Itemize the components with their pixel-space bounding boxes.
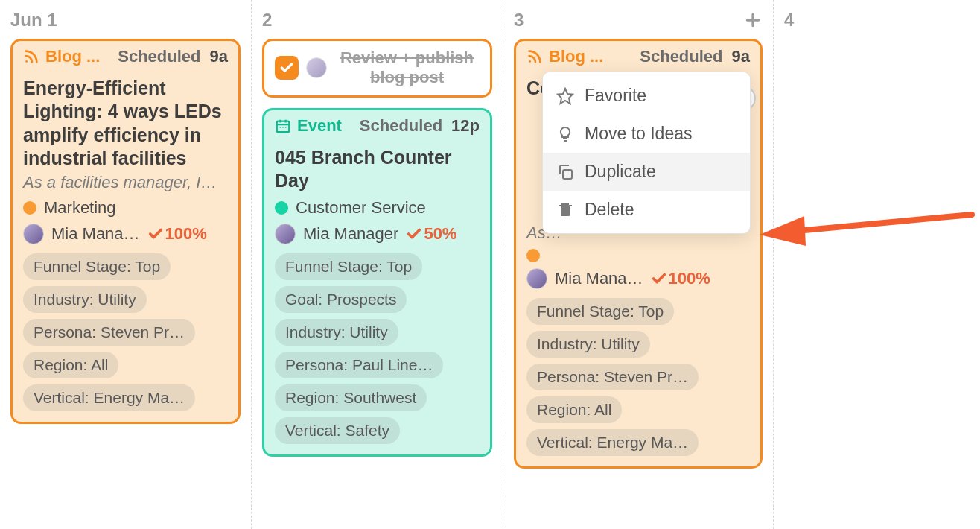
tag-list: Funnel Stage: Top Industry: Utility Pers… — [526, 298, 750, 456]
day-header: 3 — [514, 9, 763, 31]
progress-indicator: 50% — [406, 224, 456, 244]
star-icon — [556, 87, 574, 105]
menu-label: Favorite — [585, 86, 646, 106]
user-name: Mia Manager — [303, 224, 398, 244]
category-label: Marketing — [44, 198, 116, 218]
card-title: Energy-Efficient Lighting: 4 ways LEDs a… — [23, 77, 228, 170]
category-dot — [23, 201, 36, 215]
menu-item-delete[interactable]: Delete — [543, 191, 750, 229]
svg-rect-12 — [563, 170, 572, 179]
card-time: 9a — [210, 47, 228, 66]
day-header: 2 — [262, 9, 492, 31]
category-label: Customer Service — [296, 198, 426, 218]
card-type-label: Blog ... — [45, 47, 100, 66]
content-card-blog[interactable]: Blog ... Scheduled 9a Energy-Efficient L… — [10, 39, 241, 424]
card-type-label: Blog ... — [549, 47, 603, 66]
card-status: Scheduled — [640, 47, 722, 66]
avatar — [275, 224, 296, 244]
tag[interactable]: Funnel Stage: Top — [275, 253, 422, 280]
card-status: Scheduled — [360, 116, 442, 136]
day-label: 4 — [784, 10, 794, 31]
card-title: 045 Branch Counter Day — [275, 146, 480, 193]
svg-point-7 — [285, 127, 287, 128]
trash-icon — [556, 201, 574, 219]
tag-list: Funnel Stage: Top Industry: Utility Pers… — [23, 253, 228, 411]
day-column-4: 4 — [774, 0, 804, 529]
avatar — [526, 268, 547, 289]
check-icon — [147, 226, 164, 242]
progress-indicator: 100% — [147, 224, 207, 244]
tag[interactable]: Industry: Utility — [275, 319, 398, 346]
card-context-menu: Favorite Move to Ideas Duplicate Delete — [542, 72, 751, 234]
check-icon — [406, 226, 422, 242]
task-card-completed[interactable]: Review + publish blog post — [262, 39, 492, 98]
tag[interactable]: Persona: Steven Pr… — [23, 319, 195, 346]
card-time: 9a — [732, 47, 750, 66]
check-icon — [279, 60, 294, 75]
calendar-icon — [275, 118, 291, 134]
tag[interactable]: Persona: Paul Line… — [275, 352, 443, 378]
day-header: Jun 1 — [10, 9, 241, 31]
content-card-event[interactable]: Event Scheduled 12p 045 Branch Counter D… — [262, 108, 492, 457]
tag-list: Funnel Stage: Top Goal: Prospects Indust… — [275, 253, 480, 444]
category-dot — [275, 201, 288, 215]
day-column-3: 3 Blog ... Scheduled 9a Construction Pro… — [503, 0, 774, 529]
tag[interactable]: Vertical: Safety — [275, 417, 400, 444]
progress-value: 50% — [424, 224, 456, 244]
tag[interactable]: Region: Southwest — [275, 384, 427, 411]
menu-label: Duplicate — [585, 162, 656, 182]
task-text: Review + publish blog post — [334, 48, 480, 88]
menu-label: Delete — [585, 200, 634, 220]
progress-value: 100% — [165, 224, 207, 244]
svg-point-6 — [282, 127, 284, 128]
card-status: Scheduled — [118, 47, 200, 66]
card-header: Event Scheduled 12p — [264, 110, 490, 142]
day-header: 4 — [784, 9, 794, 31]
category-dot — [526, 249, 540, 262]
tag[interactable]: Funnel Stage: Top — [526, 298, 674, 325]
rss-icon — [23, 48, 39, 65]
check-icon — [651, 270, 667, 287]
tag[interactable]: Region: All — [526, 396, 622, 423]
menu-item-favorite[interactable]: Favorite — [543, 77, 750, 115]
rss-icon — [526, 48, 543, 65]
card-header: Blog ... Scheduled 9a — [13, 41, 238, 72]
tag[interactable]: Goal: Prospects — [275, 286, 407, 313]
card-header: Blog ... Scheduled 9a — [516, 41, 760, 72]
day-column-2: 2 Review + publish blog post Event Sched… — [252, 0, 503, 529]
svg-rect-13 — [561, 206, 570, 216]
copy-icon — [556, 163, 574, 181]
lightbulb-icon — [556, 125, 574, 143]
progress-indicator: 100% — [651, 269, 710, 288]
day-column-jun-1: Jun 1 Blog ... Scheduled 9a Energy-Effic… — [0, 0, 252, 529]
day-label: 3 — [514, 10, 524, 31]
menu-label: Move to Ideas — [585, 124, 692, 144]
svg-rect-1 — [277, 121, 290, 132]
svg-point-10 — [529, 60, 531, 63]
tag[interactable]: Persona: Steven Pr… — [526, 364, 699, 390]
avatar — [23, 224, 44, 244]
tag[interactable]: Funnel Stage: Top — [23, 253, 171, 280]
svg-marker-11 — [558, 89, 573, 104]
user-name: Mia Mana… — [51, 224, 140, 244]
tag[interactable]: Vertical: Energy Ma… — [526, 429, 699, 456]
card-time: 12p — [451, 116, 480, 136]
user-name: Mia Mana… — [555, 269, 643, 288]
menu-item-move[interactable]: Move to Ideas — [543, 115, 750, 153]
tag[interactable]: Industry: Utility — [526, 331, 650, 358]
svg-point-5 — [279, 127, 281, 128]
menu-item-duplicate[interactable]: Duplicate — [543, 153, 750, 191]
tag[interactable]: Vertical: Energy Ma… — [23, 384, 195, 411]
day-label: 2 — [262, 10, 272, 31]
add-card-button[interactable] — [743, 10, 763, 30]
progress-value: 100% — [669, 269, 710, 288]
day-label: Jun 1 — [10, 10, 57, 31]
tag[interactable]: Industry: Utility — [23, 286, 147, 313]
calendar-board: Jun 1 Blog ... Scheduled 9a Energy-Effic… — [0, 0, 980, 529]
avatar — [306, 57, 327, 78]
checkbox-checked[interactable] — [275, 56, 299, 80]
card-type-label: Event — [297, 116, 342, 136]
svg-point-0 — [25, 60, 28, 63]
tag[interactable]: Region: All — [23, 352, 118, 378]
card-subtitle: As a facilities manager, I… — [23, 173, 228, 192]
